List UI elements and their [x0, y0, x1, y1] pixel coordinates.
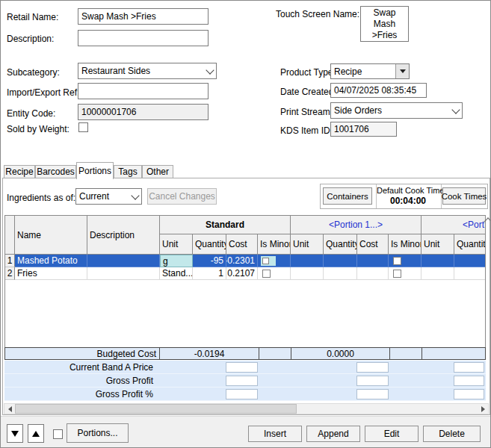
name-cell: Mashed Potato	[15, 255, 87, 267]
kds-item-id-input[interactable]: 1001706	[330, 122, 397, 137]
band-a-standard-input[interactable]	[226, 362, 258, 373]
sold-by-weight-label: Sold by Weight:	[7, 124, 70, 134]
header-standard-quantity: Quantity	[193, 234, 226, 254]
price-summary-area: Current Band A Price Gross Profit Gross …	[4, 361, 486, 401]
containers-button[interactable]: Containers	[323, 187, 372, 205]
tab-barcodes[interactable]: Barcodes	[35, 165, 76, 178]
cost-cell: 0.2107	[226, 267, 258, 280]
edit-button[interactable]: Edit	[365, 426, 419, 442]
table-row[interactable]: 1 Mashed Potato g -95 -0.2301	[5, 255, 486, 267]
description-input[interactable]	[78, 30, 209, 46]
cook-times-button[interactable]: Cook Times	[442, 187, 486, 205]
touch-screen-line1: Swap	[373, 7, 395, 19]
scrollbar-thumb[interactable]	[15, 404, 297, 414]
gross-profit-portion1-input[interactable]	[356, 376, 389, 386]
sold-by-weight-checkbox[interactable]	[78, 122, 88, 132]
header-group-portion1[interactable]: <Portion 1...>	[291, 216, 421, 234]
scroll-right-button[interactable]	[478, 404, 488, 414]
import-export-ref-input[interactable]	[78, 83, 209, 99]
header-row-number	[5, 216, 15, 254]
dropdown-arrow-icon[interactable]	[395, 64, 409, 78]
tab-recipe[interactable]: Recipe	[4, 165, 35, 178]
retail-name-value: Swap Mash >Fries	[81, 11, 156, 22]
gross-profit-portion2-input[interactable]	[454, 376, 484, 386]
budgeted-cost-gap	[259, 348, 291, 359]
budgeted-cost-portion1-value: 0.0000	[291, 348, 390, 359]
cost-cell	[357, 267, 389, 280]
gross-profit-pct-portion2-input[interactable]	[454, 389, 484, 399]
move-down-icon	[11, 431, 19, 437]
cancel-changes-button[interactable]: Cancel Changes	[147, 188, 217, 205]
delete-button[interactable]: Delete	[423, 426, 481, 442]
portions-checkbox[interactable]	[53, 429, 63, 439]
row-number-cell: 1	[5, 255, 15, 267]
tab-portions[interactable]: Portions	[76, 162, 114, 179]
touch-screen-line3: >Fries	[372, 30, 398, 41]
touch-screen-name-box[interactable]: Swap Mash >Fries	[360, 6, 409, 42]
unit-cell	[291, 255, 324, 267]
header-description[interactable]: Description	[87, 216, 160, 254]
header-standard-is-minor: Is Minor	[258, 234, 291, 254]
is-minor-checkbox[interactable]	[393, 257, 401, 265]
header-portion2-quantity: Quantity	[454, 234, 485, 254]
description-cell	[87, 267, 160, 280]
tab-other[interactable]: Other	[142, 165, 173, 178]
subcategory-select[interactable]: Restaurant Sides	[78, 63, 217, 79]
header-name[interactable]: Name	[15, 216, 87, 254]
gross-profit-pct-standard-input[interactable]	[226, 389, 258, 399]
header-portion1-is-minor: Is Minor	[389, 234, 421, 254]
touch-screen-name-label: Touch Screen Name:	[276, 9, 359, 19]
header-portion1-cost: Cost	[357, 234, 389, 254]
edit-button-label: Edit	[384, 429, 400, 439]
gross-profit-standard-input[interactable]	[226, 376, 258, 386]
subcategory-value: Restaurant Sides	[81, 66, 150, 76]
date-created-value: 04/07/2025 08:35:45	[334, 85, 416, 96]
is-minor-checkbox[interactable]	[262, 270, 271, 278]
header-group-portion2[interactable]: <Port	[421, 216, 485, 234]
description-cell	[87, 255, 160, 267]
header-standard-cost: Cost	[226, 234, 258, 254]
unit-cell-active[interactable]: g	[160, 255, 193, 267]
horizontal-scrollbar[interactable]	[4, 403, 489, 414]
unit-cell	[421, 267, 454, 280]
quantity-cell	[324, 267, 357, 280]
date-created-input[interactable]: 04/07/2025 08:35:45	[330, 83, 427, 98]
budgeted-cost-gap	[422, 348, 485, 359]
quantity-cell: -95	[193, 255, 226, 267]
print-stream-select[interactable]: Side Orders	[330, 102, 463, 119]
cost-cell	[357, 255, 389, 267]
band-a-portion1-input[interactable]	[356, 362, 389, 373]
portions-button[interactable]: Portions...	[67, 423, 129, 443]
band-a-portion2-input[interactable]	[454, 362, 484, 373]
ingredients-as-of-select[interactable]: Current	[75, 188, 142, 205]
gross-profit-pct-portion1-input[interactable]	[356, 389, 389, 399]
tab-tags[interactable]: Tags	[114, 165, 142, 178]
chevron-down-icon	[131, 191, 139, 199]
append-button[interactable]: Append	[306, 426, 360, 442]
tab-other-label: Other	[146, 167, 169, 177]
append-button-label: Append	[318, 429, 348, 439]
budgeted-cost-gap	[390, 348, 422, 359]
is-minor-field	[261, 256, 276, 266]
move-up-button[interactable]	[28, 424, 44, 443]
product-type-label: Product Type:	[280, 67, 336, 78]
entity-code-value: 10000001706	[81, 107, 136, 117]
retail-name-input[interactable]: Swap Mash >Fries	[78, 8, 209, 25]
move-down-button[interactable]	[7, 424, 23, 443]
product-type-select[interactable]: Recipe	[330, 63, 410, 79]
grid-header: Name Description Standard <Portion 1...>…	[4, 215, 486, 255]
unit-cell	[291, 267, 324, 280]
header-group-standard: Standard	[160, 216, 291, 234]
quantity-cell	[454, 255, 486, 267]
is-minor-checkbox[interactable]	[262, 258, 269, 264]
is-minor-checkbox[interactable]	[393, 270, 401, 278]
grid-body: 1 Mashed Potato g -95 -0.2301 2 Fries St…	[4, 255, 486, 347]
table-row[interactable]: 2 Fries Stand... 1 0.2107	[5, 267, 486, 280]
budgeted-cost-label: Budgeted Cost	[5, 348, 160, 359]
print-stream-value: Side Orders	[334, 105, 382, 116]
kds-item-id-value: 1001706	[334, 124, 369, 134]
tab-barcodes-label: Barcodes	[37, 167, 75, 177]
insert-button[interactable]: Insert	[248, 426, 302, 442]
scroll-left-button[interactable]	[4, 404, 15, 414]
entity-code-label: Entity Code:	[7, 108, 55, 119]
